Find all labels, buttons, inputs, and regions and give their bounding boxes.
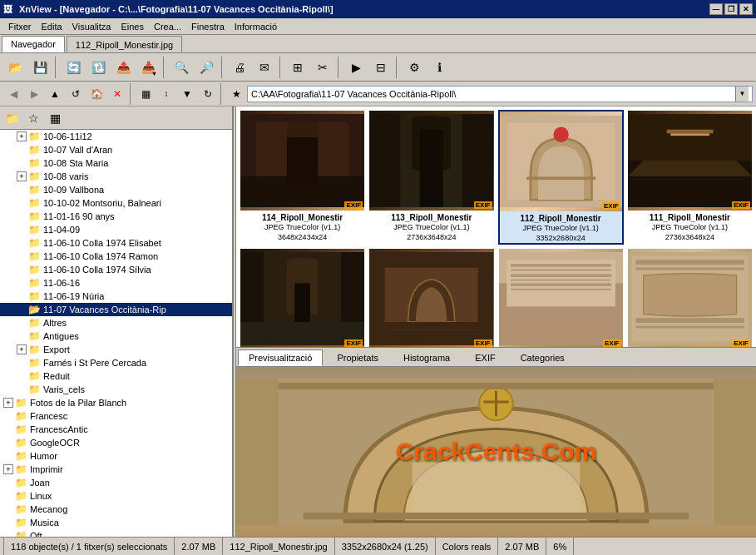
tree-item[interactable]: 📁 10-09 Vallbona bbox=[0, 183, 232, 196]
tree-item[interactable]: 📁 Mecanog bbox=[0, 503, 232, 516]
tree-item[interactable]: 📁 Oft bbox=[0, 529, 232, 537]
tree-item[interactable]: 📁 11-06-10 Colla 1974 Sílvia bbox=[0, 263, 232, 276]
tab-categories[interactable]: Categories bbox=[510, 349, 576, 366]
toolbar-save[interactable]: 💾 bbox=[28, 56, 52, 79]
expand-btn[interactable]: + bbox=[3, 398, 13, 408]
thumbnail-item[interactable]: EXIF 114_Ripoll_Monestir JPEG TrueColor … bbox=[240, 110, 365, 245]
nav-up-button[interactable]: ▲ bbox=[45, 84, 65, 104]
tab-histograma[interactable]: Histograma bbox=[393, 349, 461, 366]
nav-refresh-button[interactable]: ↺ bbox=[66, 84, 86, 104]
tree-item[interactable]: 📁 Altres bbox=[0, 316, 232, 330]
thumbnail-item[interactable]: EXIF 110_Ripoll_Monestir JPEG TrueColor … bbox=[240, 248, 365, 348]
toolbar-crop[interactable]: ✂ bbox=[311, 56, 334, 79]
nav-bookmark-button[interactable]: ★ bbox=[226, 84, 246, 104]
toolbar-refresh2[interactable]: 🔃 bbox=[86, 56, 110, 79]
menu-visualitza[interactable]: Visualitza bbox=[67, 20, 116, 33]
toolbar-resize[interactable]: ⊞ bbox=[286, 56, 309, 79]
nav-back-button[interactable]: ◀ bbox=[3, 84, 23, 104]
toolbar-info[interactable]: ℹ bbox=[427, 56, 451, 79]
tree-item[interactable]: 📁 11-01-16 90 anys bbox=[0, 210, 232, 223]
tree-item[interactable]: + 📁 10-08 varis bbox=[0, 170, 232, 183]
tree-item[interactable]: 📁 10-08 Sta Maria bbox=[0, 156, 232, 170]
tab-exif[interactable]: EXIF bbox=[464, 349, 506, 366]
menu-finestra[interactable]: Finestra bbox=[186, 20, 230, 33]
expand-btn[interactable]: + bbox=[17, 171, 27, 181]
tree-item[interactable]: 📁 Francesc bbox=[0, 409, 232, 423]
thumb-name: 112_Ripoll_Monestir bbox=[500, 213, 622, 224]
tree-item[interactable]: 📁 10-07 Vall d'Aran bbox=[0, 143, 232, 156]
tab-previsualitzacio[interactable]: Previsualització bbox=[238, 349, 323, 366]
tree-item[interactable]: 📁 Farnés i St Pere Cercada bbox=[0, 356, 232, 369]
close-button[interactable]: ✕ bbox=[739, 3, 753, 15]
thumbnail-item[interactable]: EXIF 108_Ripoll_Monestir JPEG TrueColor … bbox=[498, 248, 624, 348]
address-bar[interactable]: C:\AA\Fotografia\11-07 Vacances Occitàni… bbox=[247, 86, 753, 102]
sidebar-star-btn[interactable]: ☆ bbox=[23, 108, 43, 128]
toolbar-import[interactable]: 📥 ▼ bbox=[136, 56, 160, 79]
nav-filter-button[interactable]: ▼ bbox=[177, 84, 197, 104]
tab-exif-label: EXIF bbox=[475, 353, 495, 363]
tree-label-selected: 11-07 Vacances Occitània-Rip bbox=[43, 305, 166, 315]
tab-navegador[interactable]: Navegador bbox=[2, 36, 65, 52]
maximize-button[interactable]: ❐ bbox=[724, 3, 738, 15]
tree-item[interactable]: + 📁 10-06-11i12 bbox=[0, 130, 232, 143]
thumbnail-item[interactable]: EXIF 113_Ripoll_Monestir JPEG TrueColor … bbox=[368, 110, 494, 245]
folder-icon: 📁 bbox=[15, 463, 27, 475]
nav-delete-button[interactable]: ✕ bbox=[107, 84, 127, 104]
tab-image[interactable]: 112_Ripoll_Monestir.jpg bbox=[67, 36, 182, 52]
tree-item[interactable]: 📁 Antigues bbox=[0, 330, 232, 343]
tree-label: Imprimir bbox=[30, 464, 63, 474]
tree-item[interactable]: 📁 11-06-16 bbox=[0, 276, 232, 290]
tree-item[interactable]: 📁 11-06-10 Colla 1974 Ramon bbox=[0, 250, 232, 263]
expand-btn[interactable]: + bbox=[17, 131, 27, 141]
tree-item[interactable]: 📁 11-06-10 Colla 1974 Elisabet bbox=[0, 236, 232, 250]
nav-forward-button[interactable]: ▶ bbox=[24, 84, 44, 104]
sidebar-folder-btn[interactable]: 📁 bbox=[2, 108, 22, 128]
nav-sort-button[interactable]: ↕ bbox=[156, 84, 176, 104]
thumbnail-item[interactable]: EXIF 107_Ripoll_Monestir JPEG TrueColor … bbox=[627, 248, 753, 348]
address-dropdown[interactable]: ▼ bbox=[735, 87, 749, 102]
minimize-button[interactable]: — bbox=[709, 3, 723, 15]
tree-item[interactable]: 📁 Linux bbox=[0, 489, 232, 503]
tree-item[interactable]: 📁 GoogleOCR bbox=[0, 436, 232, 449]
toolbar-search[interactable]: 🔍 bbox=[170, 56, 193, 79]
tree-item[interactable]: + 📁 Fotos de la Pilar Blanch bbox=[0, 396, 232, 409]
nav-view-button[interactable]: ▦ bbox=[136, 84, 156, 104]
toolbar-slideshow[interactable]: ▶ bbox=[344, 56, 368, 79]
toolbar-export[interactable]: 📤 bbox=[111, 56, 135, 79]
menu-edita[interactable]: Edita bbox=[37, 20, 67, 33]
tab-propietats[interactable]: Propietats bbox=[326, 349, 389, 366]
tree-item[interactable]: 📁 11-06-19 Núria bbox=[0, 290, 232, 303]
expand-btn[interactable]: + bbox=[3, 464, 13, 474]
nav-home-button[interactable]: 🏠 bbox=[86, 84, 106, 104]
tree-item[interactable]: 📁 Humor bbox=[0, 449, 232, 463]
tree-item[interactable]: 📁 FrancescAntic bbox=[0, 423, 232, 436]
sidebar-thumb-btn[interactable]: ▦ bbox=[45, 108, 65, 128]
thumbnail-item[interactable]: EXIF 109_Ripoll_Monestir JPEG TrueColor … bbox=[368, 248, 494, 348]
tree-item[interactable]: + 📁 Imprimir bbox=[0, 463, 232, 476]
tree-item[interactable]: 📁 Reduit bbox=[0, 369, 232, 383]
menu-crea[interactable]: Crea... bbox=[149, 20, 186, 33]
tree-item[interactable]: 📁 11-04-09 bbox=[0, 223, 232, 236]
toolbar-open[interactable]: 📂 bbox=[3, 56, 27, 79]
tree-item[interactable]: 📁 10-10-02 Montsoriu, Balneari bbox=[0, 196, 232, 210]
tree-item[interactable]: 📁 Varis_cels bbox=[0, 383, 232, 396]
folder-icon-open: 📂 bbox=[28, 304, 41, 315]
toolbar-print[interactable]: 🖨 bbox=[228, 56, 251, 79]
tree-label: 11-06-19 Núria bbox=[43, 291, 104, 301]
menu-eines[interactable]: Eines bbox=[116, 20, 149, 33]
toolbar-compare[interactable]: ⊟ bbox=[369, 56, 393, 79]
tree-item-selected[interactable]: 📂 11-07 Vacances Occitània-Rip bbox=[0, 303, 232, 316]
tree-item[interactable]: 📁 Joan bbox=[0, 476, 232, 489]
toolbar-search2[interactable]: 🔎 bbox=[195, 56, 218, 79]
tree-item[interactable]: + 📁 Export bbox=[0, 343, 232, 356]
thumbnail-item[interactable]: EXIF 111_Ripoll_Monestir JPEG TrueColor … bbox=[627, 110, 753, 245]
toolbar-refresh[interactable]: 🔄 bbox=[62, 56, 85, 79]
thumbnail-item-selected[interactable]: EXIF 112_Ripoll_Monestir JPEG TrueColor … bbox=[498, 110, 624, 245]
nav-rotate-button[interactable]: ↻ bbox=[198, 84, 218, 104]
toolbar-settings[interactable]: ⚙ bbox=[403, 56, 426, 79]
expand-btn[interactable]: + bbox=[17, 344, 27, 354]
menu-fitxer[interactable]: Fitxer bbox=[3, 20, 37, 33]
tree-item[interactable]: 📁 Musica bbox=[0, 516, 232, 529]
toolbar-email[interactable]: ✉ bbox=[253, 56, 276, 79]
menu-informacio[interactable]: Informació bbox=[230, 20, 282, 33]
